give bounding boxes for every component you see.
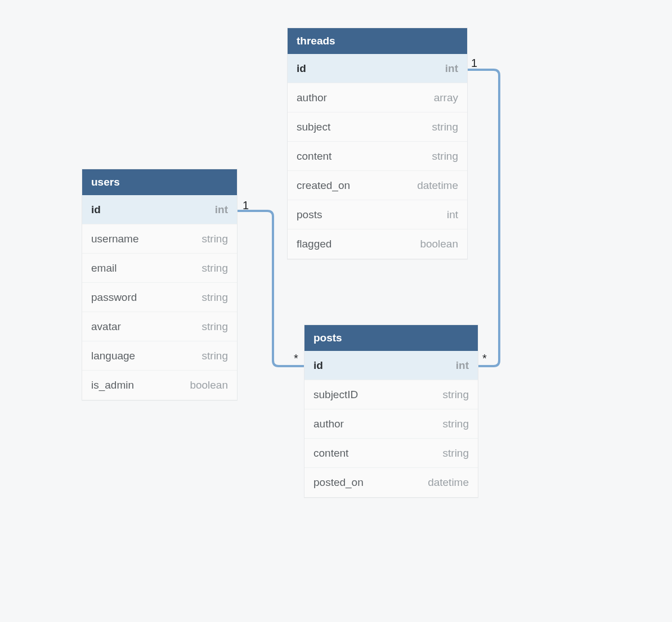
field-name: username [91,233,139,245]
field-row: posts int [288,200,467,229]
field-type: int [215,204,228,216]
field-type: string [443,447,469,459]
field-row: subject string [288,112,467,142]
field-row: author string [304,409,478,439]
field-name: subjectID [313,389,358,401]
field-row: content string [288,142,467,171]
field-type: boolean [190,379,228,391]
field-row: posted_on datetime [304,468,478,497]
cardinality-posts-many-right: * [482,352,487,365]
field-name: subject [297,121,330,133]
field-type: string [432,150,458,163]
field-type: string [443,418,469,430]
field-name: id [91,204,101,216]
field-type: int [447,209,458,221]
field-row: content string [304,439,478,468]
field-type: string [202,262,228,274]
entity-threads[interactable]: threads id int author array subject stri… [287,28,468,259]
field-row: flagged boolean [288,229,467,259]
field-name: avatar [91,321,121,333]
field-type: array [434,92,458,104]
field-name: author [313,418,344,430]
field-type: int [456,359,469,372]
field-name: email [91,262,117,274]
field-row: subjectID string [304,380,478,409]
field-row: email string [82,254,237,283]
field-name: created_on [297,179,350,192]
field-type: string [202,291,228,304]
field-type: int [445,62,458,75]
field-type: string [202,233,228,245]
field-type: string [202,350,228,362]
field-row: created_on datetime [288,171,467,200]
field-row: id int [304,351,478,380]
field-name: id [313,359,323,372]
field-name: flagged [297,238,331,250]
entity-users[interactable]: users id int username string email strin… [82,169,238,400]
field-name: is_admin [91,379,134,391]
entity-threads-header: threads [288,28,467,54]
field-name: language [91,350,135,362]
field-name: content [313,447,348,459]
field-name: id [297,62,306,75]
field-type: string [432,121,458,133]
field-row: language string [82,341,237,371]
cardinality-threads-one: 1 [471,57,477,70]
field-row: id int [82,195,237,224]
entity-posts[interactable]: posts id int subjectID string author str… [304,324,478,498]
field-row: is_admin boolean [82,371,237,400]
entity-posts-header: posts [304,325,478,351]
field-row: username string [82,224,237,254]
field-name: posted_on [313,476,364,489]
field-row: id int [288,54,467,83]
field-type: boolean [420,238,458,250]
field-type: string [202,321,228,333]
field-row: author array [288,83,467,112]
field-name: author [297,92,327,104]
field-name: content [297,150,331,163]
field-row: avatar string [82,312,237,341]
cardinality-posts-many-left: * [294,352,298,365]
field-row: password string [82,283,237,312]
field-type: datetime [417,179,458,192]
field-name: posts [297,209,322,221]
entity-users-header: users [82,169,237,195]
field-type: datetime [428,476,469,489]
field-name: password [91,291,137,304]
field-type: string [443,389,469,401]
cardinality-users-one: 1 [243,199,249,212]
